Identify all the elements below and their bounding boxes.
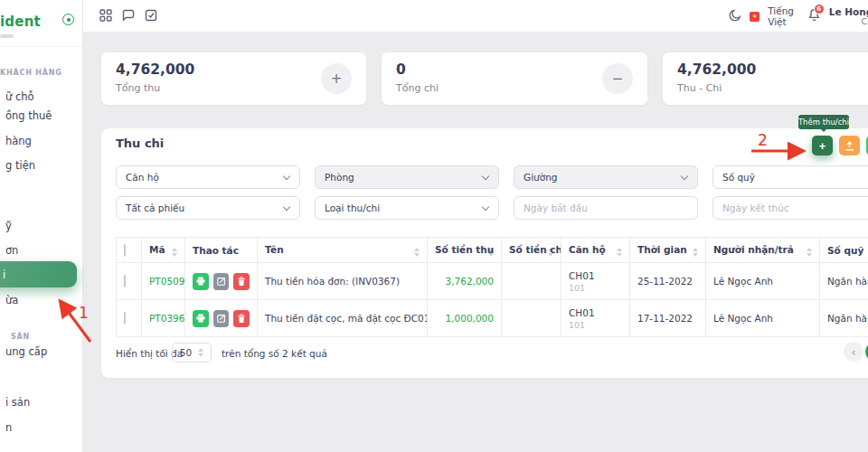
room-number: 101 [569, 283, 622, 293]
sidebar-item-so-quy[interactable]: ỹ [5, 220, 12, 232]
add-transaction-button[interactable]: + [812, 136, 833, 155]
receipt-code[interactable]: PT0509 [142, 263, 185, 300]
chevron-down-icon [482, 203, 489, 211]
amount-out [502, 263, 561, 300]
column-header-can-ho[interactable]: Căn hộ [561, 238, 630, 263]
balance-value: 4,762,000 [677, 61, 756, 78]
header-thoi-gian-label: Thời gian [637, 244, 687, 255]
header-can-ho-label: Căn hộ [569, 244, 606, 255]
filter-fund-select[interactable]: Số quỹ [712, 165, 868, 189]
user-role: Ch [829, 17, 868, 27]
transactions-table: Mã Thao tác Tên Số tiền thu Số tiền chi … [116, 237, 868, 337]
total-expense-label: Tổng chi [396, 82, 439, 94]
column-header-ten[interactable]: Tên [258, 238, 428, 263]
start-date-input[interactable]: Ngày bắt đầu [514, 196, 698, 220]
row-checkbox[interactable] [124, 275, 126, 287]
select-all-checkbox[interactable] [124, 244, 126, 257]
topbar: ★ Tiếng Việt 6 Le Hong Ch [83, 0, 868, 33]
receipt-code[interactable]: PT0396 [142, 300, 185, 337]
amount-out [502, 300, 561, 337]
user-menu[interactable]: Le Hong Ch [829, 6, 868, 27]
sidebar-item-hoa-don[interactable]: ơn [5, 244, 18, 257]
column-header-thoi-gian[interactable]: Thời gian [630, 238, 706, 263]
app-logo: ident [0, 14, 41, 30]
column-header-so-tien-thu[interactable]: Số tiền thu [428, 238, 502, 263]
sort-icon [414, 248, 420, 257]
language-selector[interactable]: Tiếng Việt [768, 5, 799, 27]
transaction-name: Thu tiền đặt cọc, mã đặt cọc ĐC0100 [258, 300, 428, 337]
tasks-check-icon[interactable] [145, 9, 157, 22]
column-header-ma[interactable]: Mã [142, 238, 185, 263]
column-header-so-quy[interactable]: Số quỹ [820, 238, 868, 263]
chat-icon[interactable] [122, 9, 135, 22]
apartment-cell: CH01101 [561, 300, 630, 337]
end-date-input[interactable]: Ngày kết thúc [712, 196, 868, 220]
start-date-placeholder: Ngày bắt đầu [524, 202, 588, 213]
total-income-label: Tổng thu [116, 82, 160, 94]
apartment-cell: CH01101 [561, 263, 630, 300]
filter-room-select: Phòng [315, 165, 499, 189]
minus-circle-icon: − [602, 63, 633, 94]
sidebar-collapse-icon[interactable] [62, 14, 74, 25]
per-page-select[interactable]: 50 [172, 343, 212, 363]
filter-receipt-type-select[interactable]: Tất cả phiếu [116, 196, 300, 220]
header-ma-label: Mã [149, 244, 165, 255]
table-header-row: Mã Thao tác Tên Số tiền thu Số tiền chi … [117, 238, 868, 263]
trash-icon [237, 314, 246, 323]
sidebar-item-giu-cho[interactable]: ữ chỗ [5, 90, 34, 103]
apps-grid-icon[interactable] [99, 9, 112, 22]
sidebar-item-nha-cung-cap[interactable]: ung cấp [5, 345, 47, 358]
flag-star: ★ [751, 13, 757, 20]
row-checkbox[interactable] [124, 312, 126, 325]
sort-icon [617, 248, 622, 257]
print-button[interactable] [193, 273, 209, 290]
filter-receipt-type-label: Tất cả phiếu [126, 202, 184, 213]
sidebar-section-customers: KHÁCH HÀNG [0, 69, 62, 77]
notification-count-badge: 6 [814, 4, 825, 14]
header-nguoi-nhan-tra-label: Người nhận/trả [713, 244, 794, 255]
column-header-so-tien-chi[interactable]: Số tiền chi [502, 238, 561, 263]
sidebar-item-khach-hang[interactable]: hàng [5, 135, 32, 147]
room-number: 101 [569, 320, 622, 330]
upload-button[interactable] [839, 136, 860, 155]
edit-button[interactable] [213, 310, 230, 327]
notifications-bell-icon[interactable]: 6 [807, 8, 821, 24]
panel-title: Thu chi [116, 137, 164, 150]
pagination-prev-button[interactable]: ‹ [844, 342, 863, 362]
edit-pencil-icon [217, 277, 226, 286]
upload-icon [844, 141, 854, 151]
apartment-code: CH01 [569, 307, 622, 318]
sort-icon [807, 248, 812, 257]
end-date-placeholder: Ngày kết thúc [722, 202, 789, 213]
stepper-icon [198, 348, 203, 357]
total-income-value: 4,762,000 [116, 61, 194, 78]
sidebar-item-sua-chua[interactable]: ừa [5, 294, 18, 306]
edit-pencil-icon [217, 314, 226, 323]
person-cell: Lê Ngọc Anh [706, 263, 820, 300]
header-ten-label: Tên [265, 244, 284, 255]
delete-button[interactable] [233, 310, 250, 327]
printer-icon [196, 277, 205, 286]
sidebar-item-phuong-tien[interactable]: g tiện [5, 159, 35, 172]
chevron-down-icon [283, 203, 290, 211]
filter-category-select[interactable]: Loại thu/chi [315, 196, 499, 220]
vietnam-flag-icon[interactable]: ★ [750, 12, 760, 22]
sidebar-divider [0, 46, 83, 47]
filter-apartment-select[interactable]: Căn hộ [116, 165, 300, 189]
table-row: PT0396 Thu tiền đặt cọc, mã đ [117, 300, 868, 337]
results-total-suffix: trên tổng số 2 kết quả [222, 348, 327, 359]
header-thao-tac-label: Thao tác [193, 245, 239, 256]
edit-button[interactable] [213, 273, 230, 290]
printer-icon [196, 314, 205, 323]
sidebar-item-tai-san[interactable]: i sản [5, 396, 30, 409]
filter-fund-label: Số quỹ [722, 172, 755, 183]
sidebar-item-thu-chi-active[interactable]: i [0, 261, 77, 287]
column-header-nguoi-nhan-tra[interactable]: Người nhận/trả [706, 238, 820, 263]
sidebar-item-11[interactable]: n [5, 421, 12, 434]
plus-circle-icon: + [321, 63, 352, 94]
dark-mode-moon-icon[interactable] [729, 9, 741, 24]
chevron-down-icon [482, 173, 489, 180]
sidebar-item-hop-dong-thue[interactable]: ồng thuê [5, 109, 52, 122]
print-button[interactable] [193, 310, 209, 327]
delete-button[interactable] [233, 273, 250, 290]
